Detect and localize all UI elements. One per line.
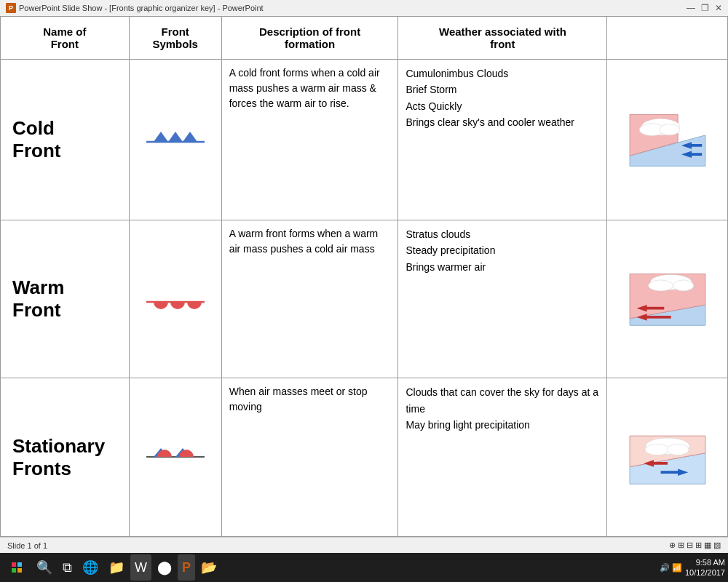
svg-rect-29 [12, 562, 16, 567]
stationary-front-weather: Clouds that can cover the sky for days a… [398, 378, 607, 537]
close-button[interactable]: ✕ [715, 3, 722, 13]
warm-front-symbol [129, 220, 221, 378]
svg-point-15 [648, 280, 673, 291]
stationary-front-symbol-svg [143, 444, 208, 469]
taskbar-right: 🔊 📶 9:58 AM 10/12/2017 [660, 557, 725, 578]
edge-button[interactable]: 🌐 [78, 554, 103, 581]
svg-rect-31 [12, 568, 16, 573]
table-header-row: Name ofFront FrontSymbols Description of… [1, 17, 728, 60]
organizer-table: Name ofFront FrontSymbols Description of… [0, 16, 728, 537]
svg-point-26 [667, 444, 689, 455]
header-name: Name ofFront [1, 17, 130, 60]
cold-front-description: A cold front forms when a cold air mass … [221, 60, 398, 220]
minimize-button[interactable]: — [687, 3, 695, 13]
header-weather: Weather associated withfront [398, 17, 607, 60]
stationary-front-image [620, 426, 715, 487]
table-row: WarmFront A warm front forms when a warm… [1, 220, 728, 378]
warm-front-symbol-svg [143, 287, 208, 309]
cold-front-image [620, 108, 715, 170]
system-tray-icons: 🔊 📶 [660, 563, 682, 573]
cold-front-graphic-cell [607, 60, 728, 220]
folder-button[interactable]: 📂 [197, 554, 221, 581]
svg-marker-3 [183, 132, 197, 142]
title-bar-controls: — ❐ ✕ [687, 3, 722, 13]
warm-front-image [620, 267, 715, 329]
header-graphic [607, 17, 728, 60]
cold-front-weather: Cumulonimbus Clouds Brief Storm Acts Qui… [398, 60, 607, 220]
svg-marker-1 [154, 132, 168, 142]
date-display: 10/12/2017 [685, 567, 725, 578]
status-icons: ⊕ ⊞ ⊟ ⊞ ▦ ▧ [669, 541, 721, 550]
start-button[interactable] [3, 554, 31, 581]
svg-point-16 [673, 280, 693, 291]
table-row: StationaryFronts When air masses meet or… [1, 378, 728, 537]
warm-front-weather: Stratus clouds Steady precipitation Brin… [398, 220, 607, 378]
stationary-front-graphic-cell [607, 378, 728, 537]
warm-front-graphic-cell [607, 220, 728, 378]
slide-info: Slide 1 of 1 [7, 541, 47, 550]
svg-rect-32 [17, 568, 22, 573]
chrome-button[interactable]: ⬤ [153, 554, 176, 581]
stationary-front-name: StationaryFronts [1, 378, 130, 537]
stationary-front-symbol [129, 378, 221, 537]
taskbar-clock: 9:58 AM 10/12/2017 [685, 557, 725, 578]
header-symbols: FrontSymbols [129, 17, 221, 60]
svg-point-8 [659, 124, 679, 135]
warm-front-name: WarmFront [1, 220, 130, 378]
title-bar-left: P PowerPoint Slide Show - [Fronts graphi… [6, 3, 264, 13]
task-view-button[interactable]: ⧉ [58, 554, 76, 581]
status-bar-right: ⊕ ⊞ ⊟ ⊞ ▦ ▧ [669, 541, 721, 550]
svg-marker-2 [168, 132, 183, 142]
svg-point-25 [645, 444, 670, 455]
slide-container: Name ofFront FrontSymbols Description of… [0, 16, 728, 537]
cold-front-symbol-svg [143, 127, 208, 149]
title-bar: P PowerPoint Slide Show - [Fronts graphi… [0, 0, 728, 16]
status-bar: Slide 1 of 1 ⊕ ⊞ ⊟ ⊞ ▦ ▧ [0, 537, 728, 553]
header-description: Description of frontformation [221, 17, 398, 60]
svg-rect-30 [17, 562, 22, 567]
word-button[interactable]: W [130, 554, 151, 581]
powerpoint-icon: P [6, 3, 16, 13]
restore-button[interactable]: ❐ [701, 3, 709, 13]
search-button[interactable]: 🔍 [32, 554, 57, 581]
file-explorer-button[interactable]: 📁 [104, 554, 129, 581]
warm-front-description: A warm front forms when a warm air mass … [221, 220, 398, 378]
cold-front-symbol [129, 60, 221, 220]
cold-front-name: ColdFront [1, 60, 130, 220]
table-row: ColdFront A cold front forms when a cold… [1, 60, 728, 220]
taskbar: 🔍 ⧉ 🌐 📁 W ⬤ P 📂 🔊 📶 9:58 AM 10/12/2017 [0, 553, 728, 582]
powerpoint-taskbar-button[interactable]: P [178, 554, 195, 581]
stationary-front-description: When air masses meet or stop moving [221, 378, 398, 537]
time-display: 9:58 AM [696, 557, 725, 567]
window-title: PowerPoint Slide Show - [Fronts graphic … [19, 4, 264, 12]
